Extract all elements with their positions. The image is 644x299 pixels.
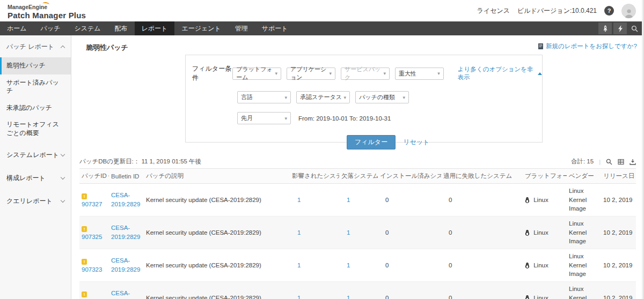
affected-count-link[interactable]: 1 [297, 229, 301, 236]
col-missing-systems[interactable]: 欠落システム [339, 169, 378, 184]
patch-db-updated-label: パッチDBの更新日:： 11 1, 2019 01:55 午後 [79, 158, 201, 166]
sidebar-item-vulnerability-patches[interactable]: 脆弱性パッチ [0, 57, 71, 74]
col-bulletin-id[interactable]: Bulletin ID [109, 169, 144, 184]
severity-icon [82, 259, 87, 265]
col-failed-systems[interactable]: 適用に失敗したシステム [441, 169, 523, 184]
logo-swoosh-icon [42, 2, 50, 6]
nav-reports[interactable]: レポート [135, 21, 175, 35]
filter-button[interactable]: フィルター [347, 135, 396, 150]
bulletin-id-link[interactable]: CESA-2019:2829 [111, 225, 140, 240]
export-download-icon[interactable] [630, 159, 636, 165]
sidebar-item-supported-patches[interactable]: サポート済みパッチ [0, 74, 71, 100]
installed-count: 0 [385, 197, 389, 203]
col-platform[interactable]: プラットフォーム [523, 169, 567, 184]
affected-count-link[interactable]: 1 [297, 295, 301, 299]
nav-systems[interactable]: システム [67, 21, 107, 35]
help-icon[interactable]: ? [604, 6, 614, 16]
patch-id-link[interactable]: 907325 [82, 234, 102, 240]
new-report-link[interactable]: 新規のレポートをお探しですか? [538, 42, 637, 50]
more-options-link[interactable]: より多くのオプションを非表示 [458, 65, 542, 81]
sidebar-group-config-reports[interactable]: 構成レポート [0, 168, 71, 188]
col-description[interactable]: パッチの説明 [144, 169, 290, 184]
person-icon [624, 8, 634, 18]
sidebar-section-patch-reports[interactable]: パッチ レポート [0, 35, 71, 57]
patch-description: Kernel security update (CESA-2019:2829) [146, 262, 261, 268]
platform-label: Linux [533, 229, 548, 236]
chevron-up-icon [61, 46, 65, 50]
sidebar-group-query-reports[interactable]: クエリレポート [0, 191, 71, 211]
page-title: 脆弱性パッチ [86, 43, 128, 53]
more-options-label: より多くのオプションを非表示 [458, 65, 536, 81]
missing-count-link[interactable]: 1 [347, 262, 350, 268]
nav-deployment[interactable]: 配布 [108, 21, 135, 35]
column-chooser-icon[interactable] [618, 159, 624, 165]
app-window: ManageEngine Patch Manager Plus ライセンス ビル… [0, 0, 644, 299]
global-search-icon[interactable] [628, 23, 640, 34]
nav-home[interactable]: ホーム [0, 21, 34, 35]
affected-count-link[interactable]: 1 [297, 262, 301, 268]
report-book-icon [538, 43, 544, 49]
linux-penguin-icon [525, 263, 530, 268]
application-dropdown[interactable]: アプリケーション [287, 68, 335, 80]
severity-icon [82, 193, 87, 199]
missing-count-link[interactable]: 1 [347, 229, 350, 236]
nav-patch[interactable]: パッチ [34, 21, 68, 35]
table-meta-row: パッチDBの更新日:： 11 1, 2019 01:55 午後 合計: 15 | [79, 158, 636, 166]
table-row: 907323 CESA-2019:2829 Kernel security up… [79, 249, 636, 282]
patch-type-dropdown[interactable]: パッチの種類 [355, 91, 409, 103]
nav-agent[interactable]: エージェント [174, 21, 228, 35]
failed-count: 0 [449, 197, 452, 203]
table-row: 907321 CESA-2019:2829 Kernel security up… [79, 282, 636, 299]
user-avatar[interactable] [621, 4, 636, 18]
license-link[interactable]: ライセンス [477, 6, 510, 16]
patch-id-link[interactable]: 907327 [82, 201, 102, 207]
severity-dropdown[interactable]: 重大性 [395, 68, 444, 80]
filter-panel: フィルター条件 プラットフォーム アプリケーション サービスパック 重大性 より… [185, 55, 543, 143]
col-affected-systems[interactable]: 影響されたシステム [290, 169, 339, 184]
sidebar-group-system-reports[interactable]: システムレポート [0, 145, 71, 165]
bulletin-id-link[interactable]: CESA-2019:2829 [111, 290, 140, 299]
date-range-label: From: 2019-10-01 To: 2019-10-31 [298, 115, 391, 122]
affected-count-link[interactable]: 1 [297, 197, 301, 203]
scrollbar[interactable] [642, 0, 643, 299]
bulletin-id-link[interactable]: CESA-2019:2829 [111, 257, 140, 273]
approval-status-dropdown[interactable]: 承認ステータス [296, 91, 350, 103]
sidebar-item-unapproved-patches[interactable]: 未承認のパッチ [0, 100, 71, 117]
bulletin-id-link[interactable]: CESA-2019:2829 [111, 192, 140, 207]
failed-count: 0 [449, 295, 452, 299]
service-pack-dropdown[interactable]: サービスパック [341, 68, 390, 80]
sidebar-group-label: システムレポート [6, 151, 59, 160]
getting-started-rocket-icon[interactable] [598, 23, 612, 34]
patch-description: Kernel security update (CESA-2019:2829) [146, 197, 261, 203]
new-report-label: 新規のレポートをお探しですか? [546, 42, 637, 50]
filter-row-1: フィルター条件 プラットフォーム アプリケーション サービスパック 重大性 より… [192, 64, 542, 83]
sidebar-item-remote-office-summary[interactable]: リモートオフィスごとの概要 [0, 116, 71, 141]
failed-count: 0 [449, 229, 452, 236]
release-date: 10 2, 2019 [603, 295, 632, 299]
table-search-icon[interactable] [606, 159, 612, 165]
col-installed-systems[interactable]: インストール済みシステム [378, 169, 441, 184]
filter-row-2: 言語 承認ステータス パッチの種類 [237, 91, 542, 103]
period-dropdown[interactable]: 先月 [237, 112, 291, 124]
col-vendor[interactable]: ベンダー [567, 169, 601, 184]
nav-support[interactable]: サポート [255, 21, 295, 35]
chevron-down-icon [61, 198, 65, 202]
platform-label: Linux [533, 295, 548, 299]
logo-product: Patch Manager Plus [8, 11, 86, 20]
missing-count-link[interactable]: 1 [347, 295, 350, 299]
linux-penguin-icon [525, 197, 530, 203]
linux-penguin-icon [525, 295, 530, 299]
patch-id-link[interactable]: 907323 [82, 266, 102, 273]
reset-link[interactable]: リセット [403, 138, 429, 147]
quick-actions-flash-icon[interactable] [613, 23, 627, 34]
language-dropdown[interactable]: 言語 [237, 91, 291, 103]
total-count-label: 合計: 15 [571, 158, 594, 166]
filter-criteria-label: フィルター条件 [192, 64, 232, 83]
nav-admin[interactable]: 管理 [228, 21, 255, 35]
platform-dropdown[interactable]: プラットフォーム [232, 68, 281, 80]
col-release-date[interactable]: リリース日 [601, 169, 636, 184]
missing-count-link[interactable]: 1 [347, 197, 350, 203]
vendor-label: Linux Kernel Image [569, 253, 587, 277]
sidebar-group-label: 構成レポート [6, 174, 46, 183]
col-patch-id[interactable]: パッチID [79, 169, 109, 184]
